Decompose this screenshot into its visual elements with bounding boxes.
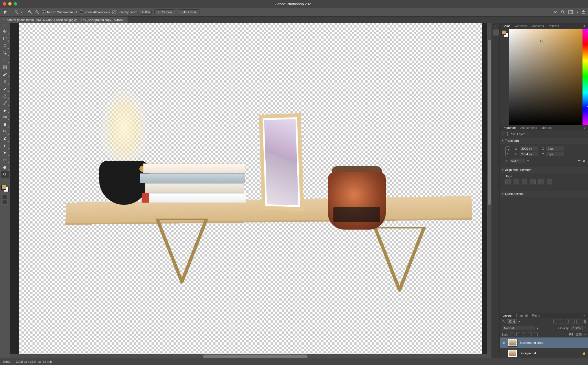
status-chevron-icon[interactable]: 〉 [57,360,60,364]
foreground-background-colors[interactable] [1,185,9,192]
zoom-tool[interactable] [1,171,9,178]
align-vcenter-button[interactable] [538,179,544,184]
minimize-window-button[interactable] [8,2,12,6]
align-top-button[interactable] [530,179,536,184]
filter-smart-icon[interactable] [576,320,580,323]
flip-vertical-icon[interactable]: ⇵ [583,159,585,163]
collapsed-panel-button[interactable] [493,29,499,36]
tab-properties[interactable]: Properties [503,126,516,129]
scrubby-zoom-checkbox[interactable]: Scrubby Zoom [112,10,137,14]
y-input[interactable] [546,152,564,156]
tab-paths[interactable]: Paths [532,314,540,317]
tab-gradients[interactable]: Gradients [531,24,544,28]
tab-adjustments[interactable]: Adjustments [520,126,537,129]
tab-patterns[interactable]: Patterns [548,24,559,28]
type-tool[interactable]: T [1,143,9,149]
tab-layers[interactable]: Layers [503,314,512,317]
hue-strip[interactable] [582,29,588,125]
vertical-scrollbar[interactable] [487,23,492,358]
lock-artboard-icon[interactable] [528,333,532,336]
color-field[interactable] [509,29,582,125]
align-section-head[interactable]: ▾ Align and Distribute [500,167,588,173]
quick-actions-head[interactable]: ▾ Quick Actions [500,191,588,197]
lock-transparent-icon[interactable] [511,333,514,336]
flip-horizontal-icon[interactable]: ⇋ [578,159,581,163]
visibility-toggle-icon[interactable]: ◉ [502,341,506,345]
close-window-button[interactable] [3,2,6,6]
eraser-tool[interactable] [1,107,9,113]
filter-toggle-icon[interactable] [584,320,586,323]
layer-name[interactable]: Background copy [520,341,543,344]
object-select-tool[interactable] [1,50,9,56]
layer-name[interactable]: Background [520,352,536,355]
patch-tool[interactable] [1,78,9,85]
layer-thumbnail[interactable] [508,339,517,347]
chevron-down-icon[interactable]: ▾ [519,320,520,323]
marquee-tool[interactable] [1,35,9,42]
lock-position-icon[interactable] [522,333,526,336]
filter-adjust-icon[interactable] [559,320,563,323]
angle-input[interactable] [510,159,525,163]
chevron-down-icon[interactable]: ▾ [584,327,586,329]
home-button[interactable] [2,9,8,15]
chevron-down-icon[interactable]: ▾ [527,159,529,162]
align-right-button[interactable] [522,179,527,184]
filter-pixel-icon[interactable] [553,320,557,323]
frame-tool[interactable] [1,64,9,70]
lock-pixels-icon[interactable] [516,333,520,336]
scrollbar-thumb[interactable] [488,40,491,205]
foreground-color-swatch[interactable] [1,185,6,190]
horizontal-scrollbar[interactable] [10,354,492,358]
blend-mode-select[interactable]: Normal [502,326,535,330]
status-zoom[interactable]: 100% [3,360,10,363]
document-tab[interactable]: × natural-goods-berlin-L6NP4ZGnpSY-unspl… [0,17,128,23]
layer-row[interactable]: Background 🔒 [500,348,588,358]
collapse-handle-icon[interactable]: « [4,24,6,27]
canvas-area[interactable] [10,23,492,358]
expand-panels-icon[interactable]: « [495,25,497,28]
align-hcenter-button[interactable] [514,179,519,184]
fit-screen-button[interactable]: Fit Screen [154,9,175,15]
workspace-switcher-icon[interactable] [568,10,573,14]
crop-tool[interactable] [1,57,9,63]
chevron-down-icon[interactable]: ▾ [537,327,538,329]
panel-menu-icon[interactable]: ≡ [584,24,585,28]
tab-libraries[interactable]: Libraries [541,126,552,129]
share-icon[interactable] [581,10,586,14]
rectangle-tool[interactable] [1,157,9,164]
opacity-value[interactable]: 100% [571,326,583,330]
panel-menu-icon[interactable]: ≡ [584,126,585,129]
align-bottom-button[interactable] [547,179,552,184]
layer-row[interactable]: ◉ Background copy [500,337,588,348]
status-dimensions[interactable]: 3000 px x 2794 px (72 ppi) [16,360,52,363]
path-select-tool[interactable] [1,150,9,156]
mini-fgbg-swatch[interactable] [501,30,508,37]
move-tool[interactable] [1,28,9,35]
zoom-all-checkbox[interactable]: Zoom All Windows [80,10,110,14]
dodge-tool[interactable] [1,128,9,135]
cloud-docs-icon[interactable] [553,10,557,14]
layer-filter-kind[interactable]: Kind [507,319,517,324]
screen-mode-button[interactable] [2,200,8,205]
tab-swatches[interactable]: Swatches [514,24,527,28]
document-canvas[interactable] [19,23,482,358]
quick-mask-button[interactable] [2,195,8,199]
fill-value[interactable]: 100% [575,333,582,336]
panel-menu-icon[interactable]: ≡ [584,314,585,317]
transform-section-head[interactable]: ▾ Transform [500,138,588,144]
blur-tool[interactable] [1,121,9,128]
align-left-button[interactable] [505,179,511,184]
hand-tool[interactable] [1,164,9,171]
chevron-down-icon[interactable]: ▾ [577,11,578,13]
close-tab-icon[interactable]: × [3,18,4,21]
height-input[interactable] [520,152,538,156]
filter-type-icon[interactable] [565,320,569,323]
lock-all-icon[interactable] [534,333,538,336]
hue-pointer-icon[interactable] [587,106,588,108]
filter-shape-icon[interactable] [571,320,574,323]
width-input[interactable] [520,146,538,151]
chevron-down-icon[interactable]: ▾ [584,333,586,336]
brush-tool[interactable] [1,85,9,92]
zoom-out-icon[interactable] [35,10,39,14]
resize-windows-checkbox[interactable]: Resize Windows to Fit [42,10,77,14]
